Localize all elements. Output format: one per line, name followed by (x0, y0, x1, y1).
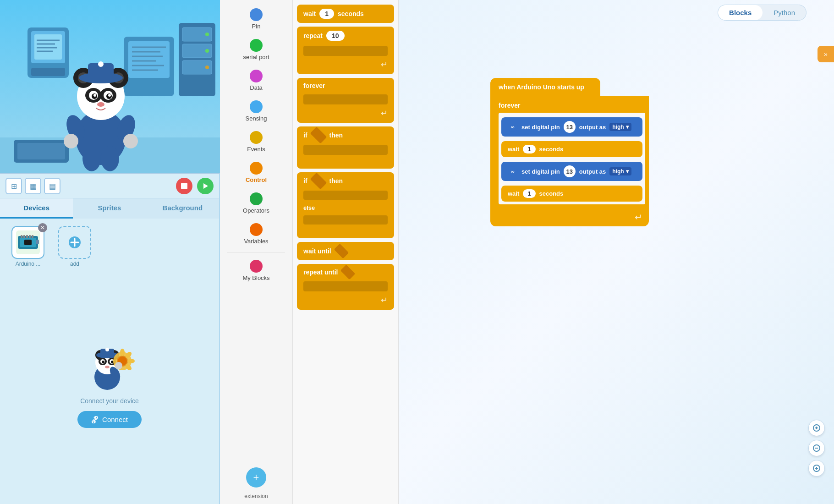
wait-val-2: 1 (523, 189, 535, 198)
zoom-in-btn[interactable] (808, 460, 825, 477)
pin-num-2: 13 (564, 165, 576, 177)
wait-text-2: wait (508, 190, 519, 197)
tab-background[interactable]: Background (146, 198, 219, 219)
svg-point-79 (105, 348, 109, 351)
infinity-icon-2: ∞ (508, 166, 518, 176)
forever-block[interactable]: forever ↵ (297, 78, 394, 123)
device-remove-btn[interactable]: ✕ (38, 223, 47, 232)
palette-item-serial-port[interactable]: serial port (220, 35, 292, 64)
repeat-until-block[interactable]: repeat until ↵ (297, 264, 394, 310)
palette-divider (227, 252, 285, 252)
svg-point-50 (101, 146, 119, 171)
zoom-out-btn[interactable] (808, 440, 825, 456)
palette-item-data[interactable]: Data (220, 66, 292, 95)
tab-sprites[interactable]: Sprites (73, 198, 146, 219)
repeat-value: 10 (326, 31, 345, 41)
wait-until-block[interactable]: wait until (297, 242, 394, 260)
blocks-palette: Pin serial port Data Sensing Events Cont… (220, 0, 293, 504)
set-digital-2[interactable]: ∞ set digital pin 13 output as high ▾ (501, 162, 642, 181)
svg-rect-56 (24, 240, 32, 245)
canvas-blocks: when Arduino Uno starts up forever ∞ set… (490, 78, 649, 226)
connect-panda-icon (82, 336, 137, 391)
stop-button[interactable] (176, 178, 192, 194)
svg-rect-51 (181, 183, 187, 189)
connect-button[interactable]: Connect (77, 411, 142, 428)
add-device-label: add (70, 261, 79, 267)
palette-label-control: Control (246, 176, 267, 183)
wait-suf-2: seconds (539, 190, 564, 197)
device-icon-box[interactable]: ✕ (11, 226, 44, 259)
zoom-out-icon (812, 444, 821, 452)
svg-point-22 (205, 33, 209, 36)
svg-rect-59 (26, 235, 28, 238)
arduino-icon (16, 230, 40, 254)
wait-block[interactable]: wait 1 seconds (297, 5, 394, 23)
svg-point-82 (120, 349, 125, 356)
if-label: if (303, 131, 307, 139)
svg-point-74 (102, 361, 104, 363)
zoom-in-icon (812, 464, 821, 472)
inner-content: ∞ set digital pin 13 output as high ▾ wa… (499, 113, 645, 204)
output-select-1[interactable]: high ▾ (609, 123, 631, 131)
svg-point-23 (205, 49, 209, 53)
palette-item-sensing[interactable]: Sensing (220, 97, 292, 126)
svg-point-84 (127, 359, 135, 363)
expand-view-btn[interactable]: ⊞ (5, 178, 22, 194)
repeat-block[interactable]: repeat 10 ↵ (297, 27, 394, 74)
dropdown-arrow-1: ▾ (626, 124, 629, 130)
set-label-1: set digital pin (521, 124, 560, 131)
grid-view-btn[interactable]: ▦ (25, 178, 41, 194)
tab-blocks[interactable]: Blocks (718, 5, 763, 20)
devices-content: ✕ (0, 219, 219, 504)
output-label-1: output as (579, 124, 606, 131)
list-view-btn[interactable]: ▤ (44, 178, 60, 194)
trigger-block[interactable]: when Arduino Uno starts up (490, 78, 600, 96)
extension-button[interactable]: + (246, 467, 266, 488)
svg-point-24 (205, 66, 209, 69)
wait-val-1: 1 (523, 145, 535, 153)
device-items: ✕ (7, 226, 212, 267)
tab-python[interactable]: Python (763, 5, 806, 20)
forever-label: forever (303, 82, 325, 89)
then-label: then (329, 131, 343, 139)
events-dot (250, 131, 263, 144)
play-button[interactable] (197, 178, 214, 194)
data-dot (250, 70, 263, 82)
canvas-area: Blocks Python » when Arduino Uno starts … (399, 0, 834, 504)
my-blocks-dot (250, 260, 263, 273)
if-else-label: if (303, 177, 307, 185)
output-select-2[interactable]: high ▾ (609, 167, 631, 175)
palette-item-control[interactable]: Control (220, 158, 292, 187)
wait-block-2[interactable]: wait 1 seconds (501, 186, 642, 202)
svg-point-44 (98, 61, 104, 67)
wait-block-1[interactable]: wait 1 seconds (501, 141, 642, 157)
if-then-block[interactable]: if then (297, 126, 394, 169)
serial-dot (250, 39, 263, 52)
forever-bottom: ↵ (490, 208, 649, 226)
palette-label-events: Events (247, 146, 265, 153)
set-label-2: set digital pin (521, 168, 560, 175)
link-icon (91, 416, 99, 423)
svg-point-88 (115, 362, 122, 369)
tab-devices[interactable]: Devices (0, 198, 73, 219)
set-digital-1[interactable]: ∞ set digital pin 13 output as high ▾ (501, 117, 642, 137)
device-item-arduino: ✕ (7, 226, 49, 267)
palette-item-events[interactable]: Events (220, 127, 292, 156)
else-label: else (303, 204, 315, 211)
palette-item-pin[interactable]: Pin (220, 5, 292, 33)
device-label: Arduino ... (16, 261, 41, 267)
palette-item-operators[interactable]: Operators (220, 189, 292, 218)
if-then-else-block[interactable]: if then else (297, 172, 394, 238)
forever-text: forever (499, 100, 645, 113)
add-device-btn[interactable] (58, 226, 91, 259)
palette-item-my-blocks[interactable]: My Blocks (220, 256, 292, 285)
add-device-item: add (54, 226, 95, 267)
wait-text-1: wait (508, 146, 519, 153)
svg-rect-61 (32, 235, 33, 238)
expand-button[interactable]: » (818, 46, 834, 62)
svg-rect-58 (23, 235, 25, 238)
palette-item-variables[interactable]: Variables (220, 219, 292, 248)
zoom-fit-icon (812, 424, 821, 432)
zoom-fit-btn[interactable] (808, 420, 825, 436)
extension-label: extension (244, 493, 268, 499)
